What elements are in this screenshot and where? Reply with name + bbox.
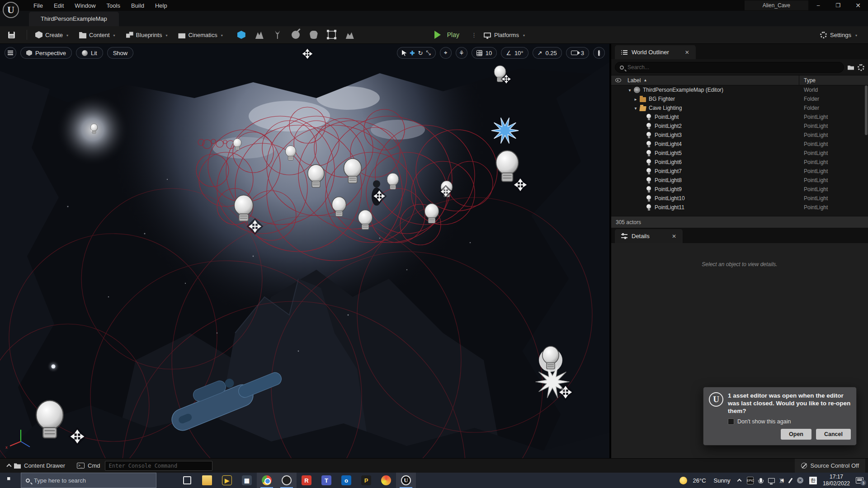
label-column-header[interactable]: Label ▲ — [625, 75, 799, 85]
camera-speed-button[interactable]: 3 — [566, 47, 589, 59]
select-tool-icon[interactable] — [402, 50, 407, 56]
lit-dropdown[interactable]: Lit — [76, 47, 103, 59]
close-button[interactable]: ✕ — [848, 0, 868, 11]
save-button[interactable] — [5, 29, 19, 41]
weather-condition[interactable]: Sunny — [714, 477, 731, 484]
menu-help[interactable]: Help — [150, 0, 173, 11]
mesh-paint-mode-icon[interactable] — [292, 31, 300, 39]
x-circle-tray-icon[interactable]: ✕ — [797, 477, 803, 483]
epic-games-tray-icon[interactable]: EPIC — [747, 477, 754, 484]
table-row[interactable]: ▾Cave LightingFolder — [611, 103, 868, 113]
taskbar-app-p-app-icon[interactable]: P — [356, 473, 376, 488]
table-row[interactable]: PointLight10PointLight — [611, 194, 868, 203]
modeling-mode-icon[interactable] — [328, 31, 336, 39]
brush-edit-mode-icon[interactable] — [346, 31, 354, 39]
play-button[interactable]: Play — [431, 28, 463, 42]
table-row[interactable]: ▾ThirdPersonExampleMap (Editor)World — [611, 85, 868, 94]
create-button[interactable]: Create▾ — [32, 28, 72, 41]
taskbar-app-media-player-icon[interactable]: ▶ — [217, 473, 237, 488]
outliner-search[interactable] — [615, 62, 844, 73]
action-center-icon[interactable]: 3 — [856, 477, 863, 483]
cinematics-button[interactable]: Cinematics▾ — [175, 28, 226, 41]
restore-button[interactable]: ❐ — [828, 0, 848, 11]
taskbar-app-task-view-icon[interactable] — [177, 473, 197, 488]
taskbar-search-input[interactable] — [34, 477, 124, 484]
new-folder-icon[interactable] — [848, 65, 854, 70]
taskbar-app-unreal-icon[interactable]: U — [396, 473, 416, 488]
expander-icon[interactable]: ▾ — [632, 106, 639, 111]
rotation-snap-button[interactable]: ∠ 10° — [501, 47, 528, 59]
taskbar-app-calculator-icon[interactable]: ▦ — [237, 473, 257, 488]
menu-window[interactable]: Window — [69, 0, 101, 11]
table-row[interactable]: PointLightPointLight — [611, 113, 868, 122]
eye-icon[interactable] — [615, 78, 621, 82]
tab-thirdpersonexamplemap[interactable]: ThirdPersonExampleMap — [29, 12, 119, 26]
table-row[interactable]: ▸BG FighterFolder — [611, 94, 868, 103]
display-network-tray-icon[interactable] — [768, 478, 775, 483]
table-row[interactable]: PointLight6PointLight — [611, 158, 868, 167]
select-mode-icon[interactable] — [237, 31, 245, 39]
taskbar-app-file-explorer-icon[interactable] — [197, 473, 217, 488]
level-viewport[interactable]: x Perspective Lit Show ✚ — [0, 44, 609, 458]
pen-tray-icon[interactable] — [788, 478, 793, 483]
table-row[interactable]: PointLight4PointLight — [611, 140, 868, 149]
scale-tool-icon[interactable]: ⤡ — [426, 49, 430, 56]
surface-snap-button[interactable]: ⚘ — [456, 47, 467, 59]
coordinate-system-button[interactable]: ⌖ — [440, 47, 452, 59]
table-row[interactable]: PointLight9PointLight — [611, 185, 868, 194]
move-tool-icon[interactable]: ✚ — [410, 50, 415, 56]
start-button[interactable] — [0, 473, 21, 488]
dont-show-again-checkbox[interactable] — [728, 418, 734, 425]
fracture-mode-icon[interactable] — [310, 31, 318, 39]
taskbar-app-obs-icon[interactable] — [277, 473, 297, 488]
table-row[interactable]: PointLight3PointLight — [611, 131, 868, 140]
show-dropdown[interactable]: Show — [107, 47, 134, 59]
tab-details[interactable]: Details ✕ — [615, 229, 683, 243]
menu-build[interactable]: Build — [126, 0, 150, 11]
source-control-button[interactable]: Source Control Off — [795, 459, 865, 473]
foliage-mode-icon[interactable] — [274, 31, 282, 39]
scale-snap-button[interactable]: ↗ 0.25 — [533, 47, 562, 59]
platforms-button[interactable]: Platforms▾ — [484, 32, 525, 38]
open-button[interactable]: Open — [781, 429, 811, 440]
taskbar-clock[interactable]: 17:17 18/02/2022 — [823, 474, 850, 487]
tab-world-outliner[interactable]: World Outliner ✕ — [615, 45, 696, 59]
taskbar-app-chrome-icon[interactable] — [257, 473, 277, 488]
close-icon[interactable]: ✕ — [660, 233, 676, 239]
settings-button[interactable]: Settings▾ — [820, 32, 863, 38]
taskbar-app-r-app-icon[interactable]: R — [297, 473, 316, 488]
cancel-button[interactable]: Cancel — [816, 429, 851, 440]
blueprints-button[interactable]: Blueprints▾ — [123, 28, 171, 41]
expander-icon[interactable]: ▸ — [632, 97, 639, 102]
tray-expand-chevron-icon[interactable] — [737, 479, 742, 483]
taskbar-app-swirl-app-icon[interactable] — [376, 473, 396, 488]
outliner-settings-gear-icon[interactable] — [858, 64, 864, 71]
play-options-kebab-icon[interactable]: ⋮ — [471, 32, 477, 38]
maximize-viewport-button[interactable] — [593, 47, 605, 59]
weather-temp[interactable]: 26°C — [693, 477, 706, 484]
taskbar-app-teams-icon[interactable]: T — [316, 473, 336, 488]
content-button[interactable]: Content▾ — [75, 28, 119, 41]
menu-file[interactable]: File — [28, 0, 48, 11]
weather-sun-icon[interactable] — [679, 477, 687, 484]
korean-ime-indicator[interactable]: 한 — [809, 477, 817, 484]
content-drawer-button[interactable]: Content Drawer — [3, 462, 70, 469]
table-row[interactable]: PointLight8PointLight — [611, 176, 868, 185]
close-icon[interactable]: ✕ — [673, 49, 689, 56]
table-row[interactable]: PointLight5PointLight — [611, 149, 868, 158]
cmd-selector[interactable]: >_ Cmd — [77, 462, 100, 469]
taskbar-app-outlook-icon[interactable]: o — [336, 473, 356, 488]
type-column-header[interactable]: Type — [799, 77, 868, 84]
table-row[interactable]: PointLight7PointLight — [611, 167, 868, 176]
perspective-dropdown[interactable]: Perspective — [20, 47, 72, 59]
search-input[interactable] — [627, 64, 839, 70]
table-row[interactable]: PointLight2PointLight — [611, 122, 868, 131]
viewport-options-button[interactable] — [5, 47, 16, 59]
menu-tools[interactable]: Tools — [101, 0, 126, 11]
expander-icon[interactable]: ▾ — [627, 88, 633, 93]
landscape-mode-icon[interactable] — [255, 31, 264, 39]
outliner-scrollbar[interactable] — [865, 85, 868, 135]
rotate-tool-icon[interactable]: ↻ — [418, 50, 423, 56]
menu-edit[interactable]: Edit — [48, 0, 69, 11]
minimize-button[interactable]: – — [808, 0, 828, 11]
